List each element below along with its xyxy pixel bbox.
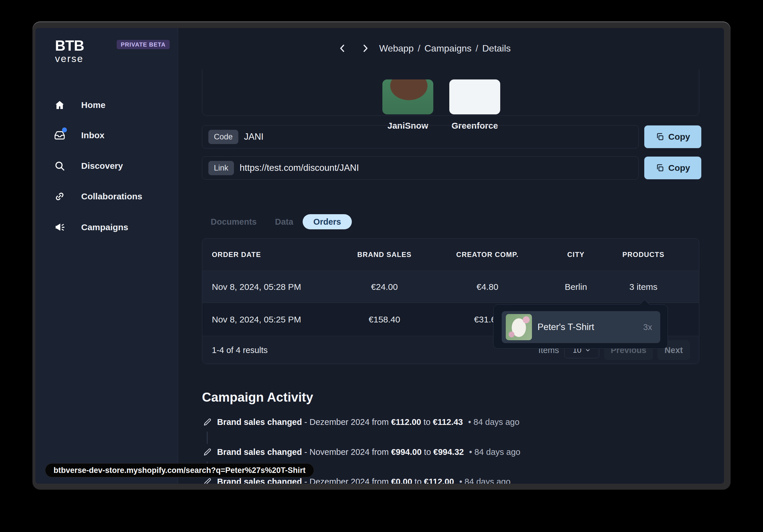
cell-creator-comp: €4.80 xyxy=(444,282,530,292)
activity-detail: to xyxy=(424,447,431,457)
column-header-creator-comp: CREATOR COMP. xyxy=(444,251,530,259)
copy-link-button[interactable]: Copy xyxy=(644,157,701,179)
cell-order-date: Nov 8, 2024, 05:25 PM xyxy=(202,315,324,325)
activity-detail: to xyxy=(415,477,422,484)
copy-button-label: Copy xyxy=(668,132,690,142)
column-header-brand-sales: BRAND SALES xyxy=(324,251,444,259)
creator-avatar-greenforce xyxy=(449,79,500,114)
breadcrumb-campaigns[interactable]: Campaigns xyxy=(425,43,472,54)
copy-button-label: Copy xyxy=(668,163,690,173)
activity-amount-to: €112.00 xyxy=(424,477,454,484)
activity-amount-from: €994.00 xyxy=(391,447,422,457)
activity-amount-from: €0.00 xyxy=(391,477,412,484)
sidebar-item-label: Inbox xyxy=(81,130,104,140)
breadcrumb-separator: / xyxy=(476,43,478,54)
status-bar-url: btbverse-dev-store.myshopify.com/search?… xyxy=(45,463,314,477)
pencil-icon xyxy=(204,478,211,484)
activity-detail: - November 2024 from xyxy=(304,447,389,457)
sidebar-item-label: Campaigns xyxy=(81,222,128,232)
inbox-notification-dot xyxy=(62,128,67,132)
private-beta-badge: PRIVATE BETA xyxy=(117,40,170,49)
discount-code-value: JANI xyxy=(244,132,264,142)
discount-code-field: Code JANI xyxy=(202,125,639,149)
app-window: BTB verse PRIVATE BETA Home xyxy=(33,22,730,489)
activity-entry-text: Brand sales changed - November 2024 from… xyxy=(217,447,520,457)
table-row[interactable]: Nov 8, 2024, 05:28 PM €24.00 €4.80 Berli… xyxy=(202,271,699,303)
activity-action: Brand sales changed xyxy=(217,447,302,457)
creator-janisnow[interactable]: JaniSnow xyxy=(382,79,433,131)
sidebar-item-label: Home xyxy=(81,100,105,110)
sidebar-item-inbox[interactable]: Inbox xyxy=(36,125,178,146)
link-icon xyxy=(54,191,65,202)
column-header-city: CITY xyxy=(530,251,621,259)
page-header: Webapp / Campaigns / Details GREENFORCE xyxy=(178,28,724,69)
sidebar-item-home[interactable]: Home xyxy=(36,95,178,116)
megaphone-icon xyxy=(54,222,65,233)
tab-data[interactable]: Data xyxy=(275,217,293,227)
product-name: Peter's T-Shirt xyxy=(537,322,594,332)
link-label-badge: Link xyxy=(208,161,234,175)
creator-greenforce[interactable]: Greenforce xyxy=(449,79,500,131)
activity-timestamp: • 84 days ago xyxy=(459,477,510,484)
column-header-products: PRODUCTS xyxy=(621,251,666,259)
sidebar-item-label: Collaborations xyxy=(81,191,142,201)
discount-link-value: https://test.com/discount/JANI xyxy=(240,163,359,173)
campaign-profile-card: JaniSnow Greenforce xyxy=(202,69,699,116)
breadcrumb-separator: / xyxy=(418,43,420,54)
cell-products: 3 items xyxy=(621,282,666,292)
orders-table-header: ORDER DATE BRAND SALES CREATOR COMP. CIT… xyxy=(202,239,699,271)
main-content: JaniSnow Greenforce Code JANI Copy xyxy=(178,69,724,484)
activity-detail: to xyxy=(423,417,430,427)
cell-city: Berlin xyxy=(530,282,621,292)
copy-icon xyxy=(656,163,664,172)
campaign-activity-title: Campaign Activity xyxy=(202,390,313,404)
logo-text-top: BTB xyxy=(55,39,84,53)
home-icon xyxy=(54,100,65,111)
activity-action: Brand sales changed xyxy=(217,417,302,427)
column-header-order-date: ORDER DATE xyxy=(202,251,324,259)
activity-timestamp: • 84 days ago xyxy=(469,447,520,457)
btbverse-logo: BTB verse xyxy=(55,39,84,63)
activity-entry: Brand sales changed - Dezember 2024 from… xyxy=(204,416,519,428)
detail-tabs: Documents Data Orders xyxy=(211,214,352,229)
app-content: BTB verse PRIVATE BETA Home xyxy=(36,28,724,484)
logo-text-bottom: verse xyxy=(55,53,84,63)
back-button[interactable] xyxy=(337,43,348,53)
forward-button[interactable] xyxy=(360,43,371,53)
activity-amount-to: €112.43 xyxy=(433,417,463,427)
activity-entry-text: Brand sales changed - Dezember 2024 from… xyxy=(217,417,519,427)
breadcrumb-details[interactable]: Details xyxy=(482,43,511,54)
sidebar-item-collaborations[interactable]: Collaborations xyxy=(36,186,178,207)
copy-code-button[interactable]: Copy xyxy=(644,125,701,148)
sidebar-item-discovery[interactable]: Discovery xyxy=(36,156,178,176)
cell-brand-sales: €24.00 xyxy=(324,282,444,292)
code-label-badge: Code xyxy=(208,130,238,144)
activity-amount-to: €994.32 xyxy=(433,447,464,457)
copy-icon xyxy=(656,132,664,141)
pencil-icon xyxy=(204,448,211,456)
product-quantity: 3x xyxy=(643,322,652,332)
pencil-icon xyxy=(204,418,211,426)
sidebar-item-campaigns[interactable]: Campaigns xyxy=(36,217,178,238)
search-icon xyxy=(54,160,65,171)
activity-entry-text: Brand sales changed - Dezember 2024 from… xyxy=(217,477,510,484)
inbox-icon xyxy=(54,130,65,141)
sidebar-item-label: Discovery xyxy=(81,161,123,171)
tab-documents[interactable]: Documents xyxy=(211,217,257,227)
sidebar: BTB verse PRIVATE BETA Home xyxy=(36,28,178,484)
activity-action: Brand sales changed xyxy=(217,477,302,484)
breadcrumb: Webapp / Campaigns / Details xyxy=(379,28,511,69)
activity-timestamp: • 84 days ago xyxy=(468,417,519,427)
discount-link-field: Link https://test.com/discount/JANI xyxy=(202,156,639,179)
cell-order-date: Nov 8, 2024, 05:28 PM xyxy=(202,282,324,292)
cell-brand-sales: €158.40 xyxy=(324,315,444,325)
product-image-peters-tshirt xyxy=(506,314,532,340)
tab-orders[interactable]: Orders xyxy=(303,214,352,229)
creator-avatar-janisnow xyxy=(382,79,433,114)
activity-entry: Brand sales changed - November 2024 from… xyxy=(204,446,520,458)
breadcrumb-webapp[interactable]: Webapp xyxy=(379,43,414,54)
tooltip-product-card: Peter's T-Shirt 3x xyxy=(502,311,660,343)
activity-amount-from: €112.00 xyxy=(391,417,421,427)
activity-detail: - Dezember 2024 from xyxy=(304,477,389,484)
products-tooltip: Peter's T-Shirt 3x xyxy=(493,304,668,349)
